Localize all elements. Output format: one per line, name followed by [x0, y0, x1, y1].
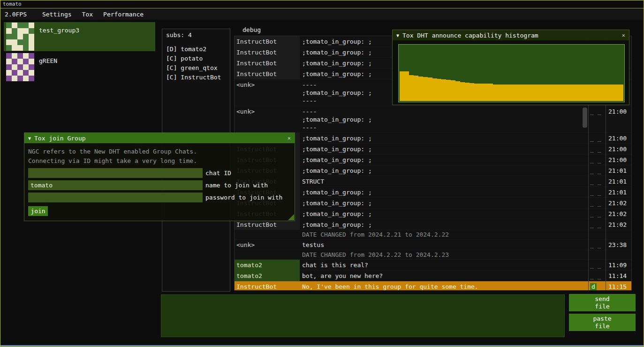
message-author: <unk>: [235, 79, 300, 106]
histogram-bar: [474, 84, 479, 101]
avatar-pixel: [17, 70, 23, 76]
group-item-test_group3[interactable]: test_group3: [4, 22, 155, 51]
avatar-pixel: [29, 34, 34, 39]
close-icon[interactable]: ✕: [622, 32, 625, 39]
histogram-bar: [563, 85, 568, 101]
close-icon[interactable]: ✕: [288, 135, 291, 141]
histogram-bar: [549, 85, 553, 101]
avatar-pixel: [12, 64, 17, 70]
chat-message-row[interactable]: InstructBotNo, I've been in this group f…: [235, 281, 631, 291]
date-separator-row: DATE CHANGED from 2024.2.22 to 2024.2.23: [235, 250, 631, 260]
date-name-spacer: [235, 230, 300, 239]
message-author: InstructBot: [235, 47, 300, 58]
histogram-bar: [553, 85, 558, 101]
flag-text: _ _: [590, 221, 601, 228]
message-flags: _ _: [588, 239, 606, 250]
menu-item-tox[interactable]: Tox: [77, 9, 98, 19]
chat-id-label: chat ID: [205, 170, 231, 177]
avatar-pixel: [23, 34, 29, 39]
window-bottom-edge: [0, 345, 644, 347]
message-input[interactable]: [161, 294, 565, 337]
avatar-pixel: [12, 39, 17, 45]
avatar-pixel: [6, 23, 12, 28]
avatar-pixel: [12, 76, 17, 81]
join-window-titlebar[interactable]: ▼ Tox join Group ✕: [24, 133, 295, 143]
avatar-pixel: [17, 45, 23, 51]
message-flags: _ _: [588, 270, 606, 281]
avatar-pixel: [29, 59, 34, 64]
avatar-pixel: [12, 53, 17, 59]
histogram-bar: [535, 85, 539, 101]
chat-message-row[interactable]: tomato2chat is this real?_ _11:09: [235, 260, 631, 270]
histogram-bar: [470, 83, 474, 101]
message-text: ;tomato_in_group: ;: [300, 144, 588, 154]
chat-scrollbar-thumb[interactable]: [583, 108, 587, 128]
message-flags: _ _: [588, 219, 606, 230]
member-item[interactable]: [C] InstructBot: [166, 73, 230, 82]
menu-item-settings[interactable]: Settings: [37, 9, 77, 19]
avatar-pixel: [23, 64, 29, 70]
avatar-pixel: [6, 64, 12, 70]
message-time: 21:02: [606, 219, 631, 230]
chat-id-input[interactable]: [28, 168, 203, 178]
histogram-window-titlebar[interactable]: ▼ Tox DHT announce capability histogram …: [393, 30, 629, 40]
message-author: InstructBot: [235, 69, 300, 79]
avatar-pixel: [12, 28, 17, 34]
message-author: InstructBot: [235, 58, 300, 69]
menu-item-performance[interactable]: Performance: [98, 9, 149, 19]
message-text: ;tomato_in_group: ;: [300, 133, 588, 144]
histogram-bar: [600, 85, 605, 101]
flag-text: _ _: [590, 108, 601, 115]
message-time: 21:00: [606, 106, 631, 133]
avatar-pixel: [12, 34, 17, 39]
histogram-bar: [577, 85, 582, 101]
window-titlebar[interactable]: tomato: [0, 0, 644, 8]
send-file-button[interactable]: send file: [569, 294, 636, 311]
join-field-row: name to join with: [28, 180, 291, 190]
avatar-pixel: [23, 76, 29, 81]
chat-message-row[interactable]: <unk>---- ;tomato_in_group: ; ----_ _21:…: [235, 106, 631, 133]
join-password-input[interactable]: [28, 193, 203, 202]
avatar-pixel: [23, 23, 29, 28]
collapse-arrow-icon[interactable]: ▼: [396, 33, 399, 38]
member-item[interactable]: [C] green_qtox: [166, 63, 230, 73]
message-time: 23:38: [606, 239, 631, 250]
member-item[interactable]: [D] tomato2: [166, 45, 230, 54]
message-time: 21:02: [606, 208, 631, 219]
avatar-pixel: [29, 70, 34, 76]
message-flags: _ _: [588, 154, 606, 165]
join-button[interactable]: join: [28, 206, 48, 216]
member-item[interactable]: [C] potato: [166, 54, 230, 63]
subs-count: subs: 4: [166, 31, 230, 39]
chat-message-row[interactable]: tomato2bot, are you new here?_ _11:14: [235, 270, 631, 281]
date-changed-text: DATE CHANGED from 2024.2.22 to 2024.2.23: [300, 250, 588, 260]
histogram-bar: [595, 85, 600, 101]
histogram-bar: [502, 85, 507, 101]
message-flags: _ _: [588, 144, 606, 154]
join-password-label: password to join with: [205, 194, 282, 201]
message-author: tomato2: [235, 260, 300, 270]
avatar-pixel: [12, 70, 17, 76]
flag-text: _ _: [590, 135, 601, 142]
flag-text: _ _: [590, 178, 601, 185]
menubar-items: SettingsToxPerformance: [37, 9, 149, 19]
join-name-input[interactable]: [28, 180, 203, 190]
avatar-pixel: [23, 39, 29, 45]
histogram-bar: [544, 85, 549, 101]
chat-message-row[interactable]: <unk>testus_ _23:38: [235, 239, 631, 250]
paste-file-button[interactable]: paste file: [569, 314, 636, 331]
avatar-pixel: [29, 76, 34, 81]
message-flags: [588, 230, 606, 239]
histogram-bar: [428, 77, 432, 101]
message-text: testus: [300, 239, 588, 250]
histogram-bar: [507, 85, 512, 101]
group-item-gREEN[interactable]: gREEN: [4, 53, 155, 82]
histogram-window-title: Tox DHT announce capability histogram: [402, 32, 538, 39]
avatar-pixel: [29, 23, 34, 28]
resize-grip-icon[interactable]: [288, 214, 294, 220]
avatar-pixel: [29, 45, 34, 51]
collapse-arrow-icon[interactable]: ▼: [28, 136, 31, 141]
message-flags: _ _: [588, 198, 606, 208]
histogram-bar: [568, 85, 572, 101]
avatar-pixel: [23, 70, 29, 76]
